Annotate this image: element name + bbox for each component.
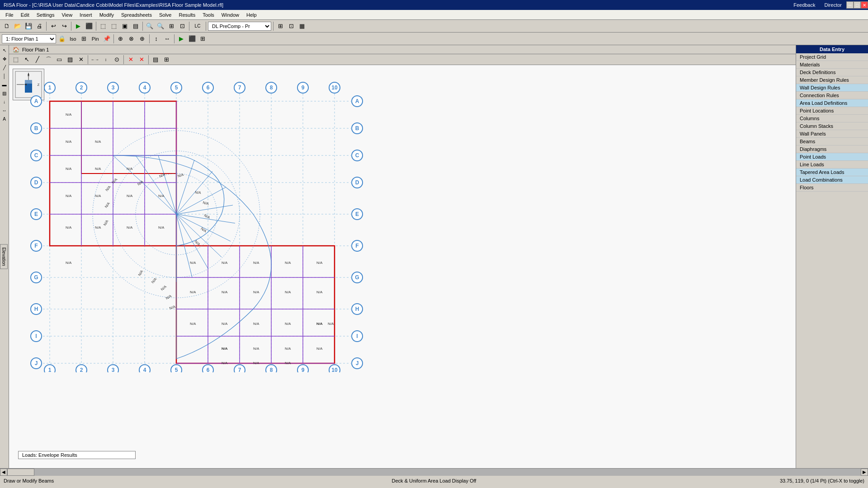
rp-deck-definitions[interactable]: Deck Definitions [796, 69, 868, 76]
close-button[interactable]: ✕ [861, 1, 868, 9]
svg-text:N/A: N/A [137, 269, 144, 277]
zoom-in-button[interactable]: 🔍 [145, 21, 155, 31]
select4-button[interactable]: ▤ [131, 21, 141, 31]
loads-button[interactable]: ⊡ [286, 21, 296, 31]
rp-columns[interactable]: Columns [796, 115, 868, 122]
rp-floors[interactable]: Floors [796, 184, 868, 192]
dt-pointer[interactable]: ↖ [22, 55, 32, 65]
precomp-selector[interactable]: DL PreComp - Pr [208, 22, 271, 31]
print-button[interactable]: 🖨 [34, 21, 44, 31]
dt-arc[interactable]: ⌒ [43, 55, 53, 65]
floor-plan-selector[interactable]: 1: Floor Plan 1 [2, 34, 56, 43]
left-text[interactable]: A [0, 115, 9, 123]
restore-button[interactable]: □ [854, 1, 861, 9]
rp-wall-panels[interactable]: Wall Panels [796, 130, 868, 138]
select2-button[interactable]: ⬚ [109, 21, 119, 31]
feedback-button[interactable]: Feedback [789, 0, 820, 10]
zoom-out-button[interactable]: 🔍 [156, 21, 165, 31]
left-load[interactable]: ↓ [0, 98, 9, 106]
menu-insert[interactable]: Insert [76, 11, 96, 19]
scroll-left-button[interactable]: ◀ [0, 469, 7, 476]
rp-point-locations[interactable]: Point Locations [796, 107, 868, 115]
menu-modify[interactable]: Modify [96, 11, 118, 19]
horizontal-scrollbar[interactable]: ◀ ▶ [0, 468, 868, 475]
menu-spreadsheets[interactable]: Spreadsheets [118, 11, 156, 19]
menu-solve[interactable]: Solve [156, 11, 175, 19]
menu-settings[interactable]: Settings [33, 11, 58, 19]
run-button[interactable]: ▶ [73, 21, 83, 31]
scroll-right-button[interactable]: ▶ [861, 469, 868, 476]
menu-help[interactable]: Help [243, 11, 260, 19]
dt-line[interactable]: ╱ [33, 55, 42, 65]
new-button[interactable]: 🗋 [2, 21, 12, 31]
elevation-panel[interactable]: Elevation [0, 244, 8, 269]
rp-column-stacks[interactable]: Column Stacks [796, 122, 868, 130]
menu-results[interactable]: Results [175, 11, 199, 19]
menu-window[interactable]: Window [218, 11, 243, 19]
redo-button[interactable]: ↪ [59, 21, 69, 31]
left-select[interactable]: ↖ [0, 46, 9, 54]
rp-materials[interactable]: Materials [796, 61, 868, 69]
rp-project-grid[interactable]: Project Grid [796, 53, 868, 61]
color1-button[interactable]: ▶ [176, 34, 186, 44]
dt-select[interactable]: ⬚ [11, 55, 21, 65]
members-button[interactable]: ⊞ [275, 21, 285, 31]
dt-beam2[interactable]: ↕ [101, 55, 111, 65]
director-button[interactable]: Director [820, 0, 846, 10]
open-button[interactable]: 📂 [13, 21, 23, 31]
left-move[interactable]: ✥ [0, 55, 9, 63]
results-button[interactable]: ▦ [297, 21, 307, 31]
rp-beams[interactable]: Beams [796, 138, 868, 145]
scroll-thumb[interactable] [7, 469, 34, 476]
left-deck[interactable]: ▨ [0, 89, 9, 97]
rp-wall-design-rules[interactable]: Wall Design Rules [796, 84, 868, 92]
pin-button[interactable]: 📌 [102, 34, 112, 44]
snap1-button[interactable]: ⊕ [116, 34, 126, 44]
menu-edit[interactable]: Edit [17, 11, 33, 19]
dt-fill[interactable]: ▨ [65, 55, 75, 65]
dt-pin[interactable]: ⊙ [112, 55, 122, 65]
dt-prop2[interactable]: ⊞ [161, 55, 171, 65]
color2-button[interactable]: ⬛ [187, 34, 197, 44]
svg-text:E: E [34, 211, 38, 217]
left-wall[interactable]: ▬ [0, 80, 9, 89]
zoom-select-button[interactable]: ⊡ [177, 21, 187, 31]
save-button[interactable]: 💾 [24, 21, 33, 31]
view1-button[interactable]: ↕ [151, 34, 161, 44]
lc-button[interactable]: LC [191, 21, 204, 31]
select-button[interactable]: ⬚ [98, 21, 108, 31]
snap2-button[interactable]: ⊗ [127, 34, 137, 44]
drawing-canvas[interactable]: x Z .grid-line { stroke: #88bbdd; stroke… [9, 65, 796, 468]
lock-button[interactable]: 🔒 [57, 34, 67, 44]
rp-area-load-definitions[interactable]: Area Load Definitions [796, 99, 868, 107]
scroll-track[interactable] [7, 469, 861, 476]
rp-member-design-rules[interactable]: Member Design Rules [796, 76, 868, 84]
dt-erase[interactable]: ✕ [76, 55, 86, 65]
dt-rect[interactable]: ▭ [54, 55, 64, 65]
iso-button[interactable]: ⊞ [79, 34, 89, 44]
display-button[interactable]: ⊞ [198, 34, 208, 44]
menu-view[interactable]: View [58, 11, 76, 19]
rp-load-combinations[interactable]: Load Combinations [796, 176, 868, 184]
minimize-button[interactable]: ─ [846, 1, 854, 9]
zoom-fit-button[interactable]: ⊞ [166, 21, 176, 31]
view2-button[interactable]: ↔ [162, 34, 172, 44]
rp-line-loads[interactable]: Line Loads [796, 161, 868, 169]
select3-button[interactable]: ▣ [120, 21, 130, 31]
left-col[interactable]: │ [0, 72, 9, 80]
stop-button[interactable]: ⬛ [84, 21, 94, 31]
dt-beam1[interactable]: ←→ [90, 55, 100, 65]
rp-tapered-area-loads[interactable]: Tapered Area Loads [796, 169, 868, 176]
dt-delete2[interactable]: ✕ [137, 55, 146, 65]
menu-file[interactable]: File [2, 11, 17, 19]
dt-delete[interactable]: ✕ [126, 55, 136, 65]
rp-diaphragms[interactable]: Diaphragms [796, 145, 868, 153]
left-beam[interactable]: ╱ [0, 63, 9, 71]
snap3-button[interactable]: ⊕ [137, 34, 147, 44]
dt-prop1[interactable]: ▤ [151, 55, 160, 65]
rp-connection-rules[interactable]: Connection Rules [796, 92, 868, 99]
rp-point-loads[interactable]: Point Loads [796, 153, 868, 161]
left-dim[interactable]: ↔ [0, 106, 9, 114]
undo-button[interactable]: ↩ [48, 21, 58, 31]
menu-tools[interactable]: Tools [199, 11, 218, 19]
